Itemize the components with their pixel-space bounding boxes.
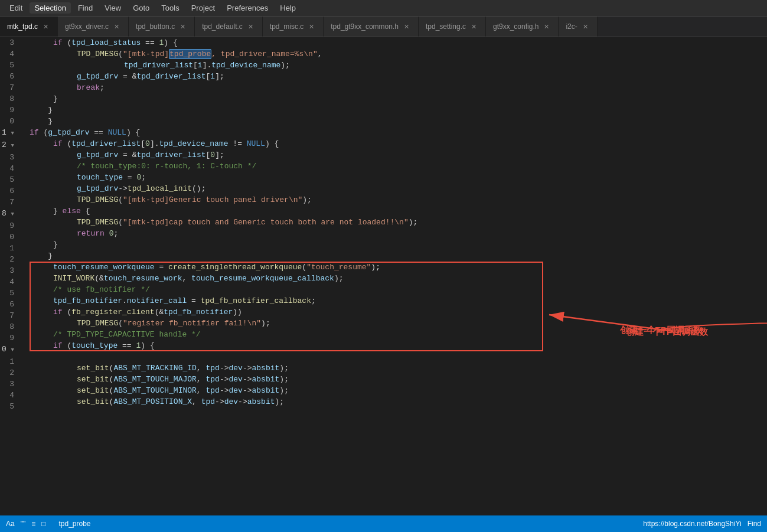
line-num: 4 xyxy=(0,276,19,288)
line-num: 5 xyxy=(0,174,19,185)
code-line: if (tpd_driver_list[0].tpd_device_name !… xyxy=(30,138,767,149)
tab-label: tpd_button.c xyxy=(136,22,175,31)
status-right: https://blog.csdn.net/BongShiYi Find xyxy=(643,520,761,528)
line-num: 2 xyxy=(0,254,19,265)
line-num: 7 xyxy=(0,310,19,321)
line-num: 5 xyxy=(0,288,19,299)
find-button[interactable]: Find xyxy=(748,520,761,528)
code-line: set_bit(ABS_MT_TOUCH_MAJOR, tpd->dev->ab… xyxy=(30,374,767,385)
line-num: 9 xyxy=(0,105,19,116)
line-num: 9 xyxy=(0,220,19,231)
tab-gt9xx-driver[interactable]: gt9xx_driver.c ✕ xyxy=(58,17,129,37)
menu-tools[interactable]: Tools xyxy=(156,2,184,14)
tab-gt9xx-config[interactable]: gt9xx_config.h ✕ xyxy=(486,17,559,37)
box-icon: □ xyxy=(41,520,45,528)
tab-tpd-gt9xx-common[interactable]: tpd_gt9xx_common.h ✕ xyxy=(324,17,419,37)
tab-close-tpd-misc[interactable]: ✕ xyxy=(307,22,316,31)
tab-close-tpd-setting[interactable]: ✕ xyxy=(469,22,478,31)
line-num: 6 xyxy=(0,185,19,197)
line-num: 1 xyxy=(0,356,19,367)
tab-close-gt9xx-driver[interactable]: ✕ xyxy=(112,22,121,31)
code-line: set_bit(ABS_MT_TRACKING_ID, tpd->dev->ab… xyxy=(30,363,767,374)
code-line: TPD_DMESG("[mtk-tpd]cap touch and Generi… xyxy=(30,217,767,228)
indent-button[interactable]: ≡ xyxy=(31,520,35,528)
menu-preferences[interactable]: Preferences xyxy=(222,2,273,14)
tab-label: mtk_tpd.c xyxy=(7,22,38,31)
code-line: } xyxy=(30,93,767,105)
tab-label: tpd_setting.c xyxy=(426,22,466,31)
menu-view[interactable]: View xyxy=(100,2,126,14)
code-line: } xyxy=(30,239,767,250)
code-line: } xyxy=(30,250,767,262)
menu-help[interactable]: Help xyxy=(275,2,301,14)
menu-goto[interactable]: Goto xyxy=(128,2,154,14)
tab-close-tpd-button[interactable]: ✕ xyxy=(178,22,187,31)
search-term-label: tpd_probe xyxy=(58,520,90,528)
code-line: tpd_driver_list[i].tpd_device_name); xyxy=(30,60,767,71)
indent-icon: ≡ xyxy=(31,520,35,528)
code-line: set_bit(ABS_MT_POSITION_X, tpd->dev->abs… xyxy=(30,396,767,407)
box-button[interactable]: □ xyxy=(41,520,45,528)
line-num: 3 xyxy=(0,37,19,48)
line-num: 4 xyxy=(0,163,19,174)
line-numbers: 3 4 5 6 7 8 9 0 1 ▼ 2 ▼ 3 4 5 6 7 8 ▼ 9 … xyxy=(0,37,24,515)
code-line: g_tpd_drv = &tpd_driver_list[0]; xyxy=(30,149,767,161)
font-size-button[interactable]: Aa xyxy=(6,520,15,528)
line-num: 2 ▼ xyxy=(0,139,19,152)
line-num: 1 ▼ xyxy=(0,127,19,139)
line-num: 7 xyxy=(0,197,19,208)
annotation-arrow xyxy=(590,273,720,338)
line-num: 3 xyxy=(0,152,19,163)
tab-tpd-default[interactable]: tpd_default.c ✕ xyxy=(195,17,263,37)
quotes-button[interactable]: "" xyxy=(21,520,26,528)
tab-close-tpd-gt9xx-common[interactable]: ✕ xyxy=(402,22,411,31)
tab-mtk-tpd[interactable]: mtk_tpd.c ✕ xyxy=(0,17,58,37)
menu-selection[interactable]: Selection xyxy=(30,2,70,14)
code-line: if (g_tpd_drv == NULL) { xyxy=(30,127,767,138)
tab-label: tpd_gt9xx_common.h xyxy=(331,22,399,31)
line-num: 1 xyxy=(0,243,19,254)
tab-close-i2c[interactable]: ✕ xyxy=(581,22,590,31)
code-line: g_tpd_drv->tpd_local_init(); xyxy=(30,183,767,194)
code-line: return 0; xyxy=(30,228,767,239)
code-line: } xyxy=(30,116,767,127)
line-num: 5 xyxy=(0,401,19,412)
line-num: 7 xyxy=(0,82,19,93)
quotes-label: "" xyxy=(21,520,26,528)
find-label: Find xyxy=(748,520,761,528)
tab-tpd-misc[interactable]: tpd_misc.c ✕ xyxy=(263,17,324,37)
menu-project[interactable]: Project xyxy=(187,2,220,14)
code-line: break; xyxy=(30,82,767,93)
code-line: g_tpd_drv = &tpd_driver_list[i]; xyxy=(30,71,767,82)
code-line: TPD_DMESG("[mtk-tpd]Generic touch panel … xyxy=(30,194,767,205)
tab-label: tpd_default.c xyxy=(202,22,243,31)
tab-label: gt9xx_driver.c xyxy=(65,22,109,31)
line-num: 0 ▼ xyxy=(0,344,19,356)
code-line: if (tpd_load_status == 1) { xyxy=(30,37,767,48)
tab-tpd-button[interactable]: tpd_button.c ✕ xyxy=(129,17,195,37)
tabbar: mtk_tpd.c ✕ gt9xx_driver.c ✕ tpd_button.… xyxy=(0,17,767,37)
search-term[interactable]: tpd_probe xyxy=(58,520,90,528)
line-num: 9 xyxy=(0,332,19,344)
code-line: touch_type = 0; xyxy=(30,172,767,183)
line-num: 8 xyxy=(0,93,19,105)
line-num: 8 xyxy=(0,321,19,332)
menu-find[interactable]: Find xyxy=(73,2,97,14)
tab-label: tpd_misc.c xyxy=(270,22,303,31)
tab-label: i2c- xyxy=(566,22,577,31)
code-line: if (touch_type == 1) { xyxy=(30,340,767,351)
code-line: TPD_DMESG("[mtk-tpd]tpd_probe, tpd_drive… xyxy=(30,48,767,60)
line-num: 5 xyxy=(0,60,19,71)
tab-label: gt9xx_config.h xyxy=(493,22,538,31)
line-num: 0 xyxy=(0,231,19,243)
tab-close-mtk-tpd[interactable]: ✕ xyxy=(41,22,50,31)
line-num: 4 xyxy=(0,48,19,60)
code-line: } xyxy=(30,105,767,116)
tab-i2c[interactable]: i2c- ✕ xyxy=(559,17,597,37)
menu-edit[interactable]: Edit xyxy=(5,2,27,14)
line-num: 4 xyxy=(0,390,19,401)
editor: 3 4 5 6 7 8 9 0 1 ▼ 2 ▼ 3 4 5 6 7 8 ▼ 9 … xyxy=(0,37,767,515)
tab-close-tpd-default[interactable]: ✕ xyxy=(246,22,255,31)
tab-tpd-setting[interactable]: tpd_setting.c ✕ xyxy=(419,17,486,37)
tab-close-gt9xx-config[interactable]: ✕ xyxy=(542,22,551,31)
